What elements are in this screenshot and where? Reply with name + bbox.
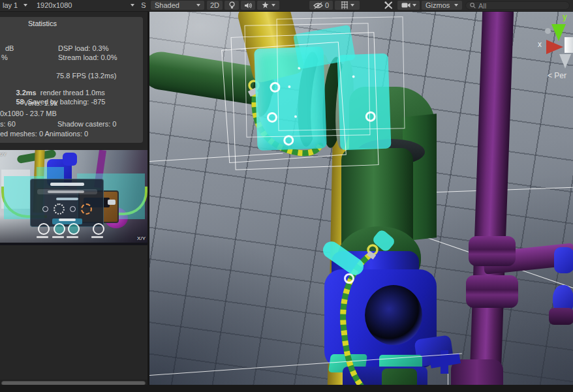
stats-title: Statistics [28, 20, 57, 27]
resolution-dropdown-label: 1920x1080 [37, 1, 72, 9]
chevron-down-icon [271, 4, 275, 7]
orientation-gizmo[interactable]: y x < Per [534, 11, 573, 97]
scale-label: S [140, 1, 147, 10]
toggle-2d-button[interactable]: 2D [207, 1, 223, 10]
eye-slash-icon [313, 2, 323, 9]
grid-visibility-dropdown[interactable] [335, 1, 360, 10]
window-bottom-edge [0, 385, 573, 392]
gizmos-label: Gizmos [426, 1, 450, 9]
stats-audio-level: dB [5, 44, 14, 52]
wireframe-box [277, 16, 405, 130]
shading-mode-dropdown[interactable]: Shaded [151, 1, 204, 10]
axis-center-cube[interactable] [565, 37, 573, 53]
axis-y-cone[interactable] [551, 24, 566, 41]
lighting-toggle-button[interactable] [225, 1, 239, 10]
gizmos-dropdown[interactable]: Gizmos [422, 1, 462, 10]
toolbar: lay 1 1920x1080 S Shaded 2D [0, 0, 573, 12]
preview-dialog [30, 179, 104, 227]
scene-search-input[interactable]: All [465, 1, 570, 10]
chevron-down-icon [131, 4, 134, 7]
display-dropdown[interactable]: lay 1 [0, 1, 30, 10]
stats-fps: 75.8 FPS (13.2ms) [56, 72, 116, 80]
chevron-down-icon [196, 4, 200, 7]
green-base-fitting[interactable] [382, 369, 417, 385]
component-tools-button[interactable] [381, 1, 395, 10]
hidden-objects-button[interactable]: 0 [309, 1, 333, 10]
unity-editor-window: lay 1 1920x1080 S Shaded 2D [0, 0, 573, 392]
chevron-down-icon [23, 4, 27, 7]
search-icon [470, 3, 476, 8]
preview-hud [33, 223, 117, 243]
hud-icon-label [67, 236, 78, 238]
preview-corner-label: X/Y [137, 235, 146, 241]
axis-z-cone[interactable] [559, 54, 571, 68]
hidden-objects-count: 0 [325, 1, 329, 9]
lightbulb-icon [228, 1, 236, 9]
dialog-dropdown [37, 189, 97, 194]
blue-fitting-right-upper[interactable] [554, 247, 573, 273]
purple-flange-lower[interactable] [466, 275, 518, 308]
stats-screen: 0x1080 - 23.7 MB [0, 110, 57, 117]
dialog-dot-icon [70, 206, 76, 212]
hud-icon [93, 223, 104, 235]
stats-audio-clipping: % [1, 53, 8, 61]
statistics-overlay: Statistics dB % DSP load: 0.3% Stream lo… [0, 17, 143, 143]
dialog-dot-icon [42, 206, 48, 212]
hud-icon [54, 223, 65, 235]
hud-icon-label [37, 236, 48, 238]
axis-x-label: x [538, 40, 542, 49]
shading-mode-label: Shaded [155, 1, 179, 9]
stats-stream-load: Stream load: 0.0% [58, 53, 117, 61]
game-view-panel[interactable]: Statistics dB % DSP load: 0.3% Stream lo… [0, 11, 147, 385]
search-placeholder: All [478, 2, 486, 10]
chevron-down-icon [412, 4, 416, 7]
wrench-screwdriver-icon [384, 1, 393, 9]
stats-verts: Verts: 1.9k [23, 99, 57, 107]
chevron-down-icon [350, 4, 354, 7]
game-render-preview[interactable]: X/Y X/Y [0, 150, 148, 245]
audio-toggle-button[interactable] [241, 1, 255, 10]
panel-divider[interactable] [147, 11, 149, 385]
preview-bottom-border [0, 243, 148, 245]
chevron-down-icon [454, 4, 458, 7]
dialog-subtext [56, 198, 78, 200]
preview-corner-label: X/Y [0, 151, 7, 157]
dialog-button-text [59, 219, 76, 221]
effects-sparkle-icon [261, 1, 270, 9]
hud-icon [38, 223, 50, 235]
scene-viewport[interactable]: y x < Per [149, 11, 573, 385]
hud-icon-label [91, 236, 103, 238]
stats-skinned-line: ed meshes: 0 Animations: 0 [0, 130, 88, 138]
axis-x-cone[interactable] [546, 40, 563, 54]
camera-icon [401, 2, 410, 8]
dialog-gear-icon [54, 204, 65, 215]
stats-setpass-line: s: 60 Shadow casters: 0 [0, 120, 143, 128]
dialog-refresh-icon [81, 204, 92, 215]
hud-icon-label [52, 236, 64, 238]
dialog-dropdown-text [48, 190, 84, 193]
resolution-dropdown[interactable]: 1920x1080 [33, 1, 138, 10]
grid-icon [341, 1, 348, 9]
purple-flange-right-edge[interactable] [549, 308, 573, 325]
speaker-icon [244, 2, 253, 9]
effects-dropdown-button[interactable] [257, 1, 279, 10]
projection-label[interactable]: < Per [548, 71, 566, 80]
stats-dsp-load: DSP load: 0.3% [58, 44, 108, 52]
dialog-icon-row [31, 204, 103, 215]
valve-bore-hole[interactable] [365, 285, 422, 345]
camera-settings-dropdown[interactable] [397, 1, 420, 10]
purple-flange-upper[interactable] [469, 236, 516, 266]
hud-icon [68, 223, 80, 235]
preview-device-display [108, 200, 116, 205]
axis-dot[interactable] [545, 28, 551, 34]
axis-y-label: y [563, 12, 567, 22]
display-dropdown-label: lay 1 [3, 1, 18, 9]
preview-blue-fitting [63, 153, 77, 166]
bolt-ring [344, 273, 354, 284]
dialog-title-text [50, 183, 84, 186]
